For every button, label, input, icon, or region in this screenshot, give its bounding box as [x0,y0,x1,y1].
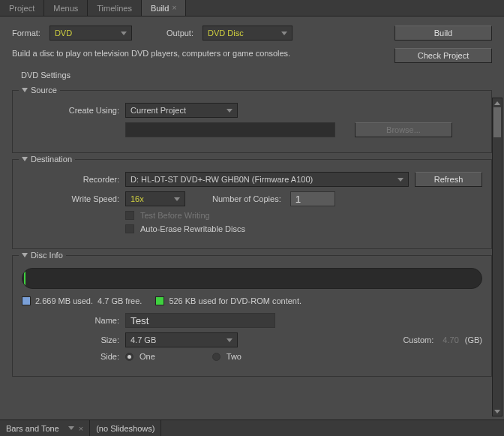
side-two-radio[interactable] [212,353,220,361]
footer-tab-slideshows[interactable]: (no Slideshows) [90,420,161,436]
chevron-down-icon [281,32,287,35]
copies-label: Number of Copies: [212,194,281,203]
destination-group: Destination Recorder: D: HL-DT-ST DVD+-R… [12,159,492,249]
used-swatch [22,296,31,305]
build-panel: Format: DVD Output: DVD Disc Build Build… [0,17,504,419]
dvd-settings-title: DVD Settings [21,71,492,80]
tab-build[interactable]: Build× [142,0,186,16]
refresh-button[interactable]: Refresh [415,172,482,187]
chevron-down-icon [121,32,127,35]
side-label: Side: [22,352,119,361]
side-two-label: Two [226,352,242,361]
disc-name-input[interactable] [125,313,275,328]
free-text: 4.7 GB free. [98,296,142,305]
scroll-thumb[interactable] [494,107,501,137]
write-speed-dropdown[interactable]: 16x [125,191,185,206]
auto-erase-label: Auto-Erase Rewritable Discs [140,224,245,233]
copies-input[interactable] [290,191,335,206]
chevron-down-icon[interactable] [68,426,74,430]
chevron-down-icon[interactable] [22,157,28,161]
tab-timelines[interactable]: Timelines [88,0,142,16]
chevron-down-icon [398,178,404,182]
disc-info-group: Disc Info 2.669 MB used. 4.7 GB free. 52… [12,255,492,377]
rom-swatch [155,296,164,305]
format-dropdown[interactable]: DVD [50,26,132,41]
disc-size-label: Size: [22,335,119,344]
test-before-label: Test Before Writing [140,211,210,220]
disc-info-title: Disc Info [31,251,63,260]
tab-bar: Project Menus Timelines Build× [0,0,504,17]
source-path-input [125,122,335,137]
test-before-checkbox [125,211,134,220]
output-dropdown[interactable]: DVD Disc [202,26,292,41]
settings-scroll: Source Create Using: Current Project Bro… [12,84,492,407]
output-label: Output: [166,29,194,38]
vertical-scrollbar[interactable] [492,98,502,416]
source-title: Source [31,86,57,95]
recorder-dropdown[interactable]: D: HL-DT-ST DVD+-RW GHB0N (Firmware A100… [125,172,409,187]
custom-value: 4.70 [442,335,458,344]
disc-size-dropdown[interactable]: 4.7 GB [125,332,238,347]
auto-erase-checkbox[interactable] [125,224,134,233]
tab-menus[interactable]: Menus [44,0,88,16]
chevron-down-icon [174,197,180,201]
recorder-label: Recorder: [22,175,119,184]
helper-text: Build a disc to play on television DVD p… [12,49,290,58]
disc-legend: 2.669 MB used. 4.7 GB free. 526 KB used … [22,296,482,305]
footer-tab-bars[interactable]: Bars and Tone × [0,420,90,436]
create-using-label: Create Using: [22,106,119,115]
custom-unit: (GB) [465,335,482,344]
create-using-dropdown[interactable]: Current Project [125,103,238,118]
scroll-up-icon[interactable] [493,98,502,107]
build-button[interactable]: Build [394,26,492,41]
disc-name-label: Name: [22,316,119,325]
scroll-down-icon[interactable] [493,407,502,416]
rom-text: 526 KB used for DVD-ROM content. [169,296,302,305]
write-speed-label: Write Speed: [22,194,119,203]
format-label: Format: [12,29,40,38]
source-group: Source Create Using: Current Project Bro… [12,90,492,153]
browse-button: Browse... [355,122,452,137]
custom-label: Custom: [403,335,434,344]
close-icon[interactable]: × [79,424,83,433]
check-project-button[interactable]: Check Project [394,48,492,63]
disc-usage-bar [22,268,482,289]
side-one-label: One [140,352,155,361]
side-one-radio[interactable] [125,353,134,361]
chevron-down-icon [226,109,232,113]
chevron-down-icon [226,338,232,342]
chevron-down-icon[interactable] [22,88,28,92]
footer-tab-bar: Bars and Tone × (no Slideshows) [0,419,504,436]
used-text: 2.669 MB used. [35,296,93,305]
destination-title: Destination [31,155,72,164]
close-icon[interactable]: × [172,4,176,12]
tab-project[interactable]: Project [0,0,44,16]
chevron-down-icon[interactable] [22,253,28,257]
